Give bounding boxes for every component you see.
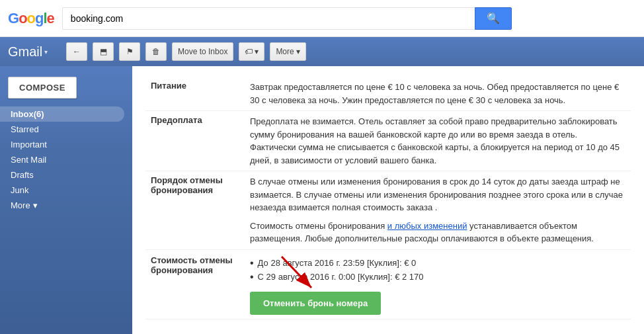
gmail-dropdown-arrow: ▾ [44, 48, 48, 56]
gmail-text: Gmail [8, 44, 42, 60]
inbox-count: (6) [34, 109, 44, 119]
more-dropdown-arrow: ▾ [296, 47, 300, 56]
back-icon: ← [73, 47, 81, 56]
email-content: Питание Завтрак предоставляется по цене … [132, 66, 644, 334]
prepayment-label: Предоплата [145, 111, 245, 171]
gmail-bar: Gmail ▾ ← ⬒ ⚑ 🗑 Move to Inbox 🏷 ▾ More ▾ [0, 37, 644, 66]
search-bar: 🔍 [62, 7, 512, 30]
cancellation-cost-cell: До 28 августа 2016 г. 23:59 [Куклия]: € … [245, 249, 631, 319]
sidebar-item-starred[interactable]: Starred [0, 122, 124, 137]
drafts-label: Drafts [11, 170, 34, 180]
more-label: More [11, 200, 30, 210]
prepayment-text: Предоплата не взимается. Отель оставляет… [245, 111, 631, 171]
move-to-inbox-label: Move to Inbox [178, 47, 227, 56]
labels-icon: 🏷 [245, 47, 253, 56]
cancel-booking-button[interactable]: Отменить бронь номера [250, 292, 381, 315]
more-arrow-icon: ▾ [33, 200, 38, 210]
spam-button[interactable]: ⚑ [119, 42, 140, 61]
cancellation-policy-text: В случае отмены или изменения бронирован… [245, 171, 631, 250]
compose-label: COMPOSE [19, 83, 65, 93]
compose-button[interactable]: COMPOSE [8, 77, 77, 99]
sidebar-item-junk[interactable]: Junk [0, 183, 124, 198]
delete-button[interactable]: 🗑 [145, 42, 167, 61]
sidebar-item-sent[interactable]: Sent Mail [0, 152, 124, 167]
archive-icon: ⬒ [100, 47, 107, 56]
more-label: More [276, 47, 294, 56]
red-arrow-decoration [268, 253, 321, 293]
cancellation-cost-label: Стоимость отменыбронирования [145, 249, 245, 319]
cancel-booking-label: Отменить бронь номера [263, 298, 368, 308]
junk-label: Junk [11, 185, 28, 195]
delete-icon: 🗑 [152, 47, 160, 56]
header: Google 🔍 [0, 0, 644, 37]
gmail-label[interactable]: Gmail ▾ [8, 44, 61, 60]
search-input[interactable] [62, 7, 475, 30]
table-row: Стоимость отменыбронирования До 28 авгус… [145, 249, 631, 319]
move-to-inbox-button[interactable]: Move to Inbox [172, 42, 233, 61]
sidebar-item-important[interactable]: Important [0, 137, 124, 152]
changes-link[interactable]: и любых изменений [387, 221, 467, 231]
more-button[interactable]: More ▾ [270, 42, 305, 61]
sidebar-item-inbox[interactable]: Inbox (6) [0, 106, 124, 122]
sidebar-item-drafts[interactable]: Drafts [0, 167, 124, 183]
email-table: Питание Завтрак предоставляется по цене … [145, 77, 631, 319]
food-label: Питание [145, 77, 245, 111]
search-button[interactable]: 🔍 [475, 7, 512, 30]
labels-dropdown-arrow: ▾ [255, 47, 259, 56]
table-row: Питание Завтрак предоставляется по цене … [145, 77, 631, 111]
table-row: Порядок отменыбронирования В случае отме… [145, 171, 631, 250]
google-logo: Google [8, 10, 54, 27]
food-text: Завтрак предоставляется по цене € 10 с ч… [245, 77, 631, 111]
search-icon: 🔍 [487, 12, 500, 24]
important-label: Important [11, 140, 47, 149]
table-row: Предоплата Предоплата не взимается. Отел… [145, 111, 631, 171]
labels-button[interactable]: 🏷 ▾ [239, 42, 264, 61]
spam-icon: ⚑ [126, 47, 134, 56]
archive-button[interactable]: ⬒ [93, 42, 114, 61]
inbox-label: Inbox [11, 109, 34, 119]
sidebar: COMPOSE Inbox (6) Starred Important Sent… [0, 66, 132, 334]
sidebar-more[interactable]: More ▾ [0, 198, 132, 213]
back-button[interactable]: ← [66, 42, 87, 61]
sent-label: Sent Mail [11, 155, 46, 165]
svg-line-1 [282, 257, 311, 288]
main-layout: COMPOSE Inbox (6) Starred Important Sent… [0, 66, 644, 334]
cancellation-policy-label: Порядок отменыбронирования [145, 171, 245, 250]
cancel-section: Отменить бронь номера [250, 286, 381, 315]
starred-label: Starred [11, 124, 39, 134]
